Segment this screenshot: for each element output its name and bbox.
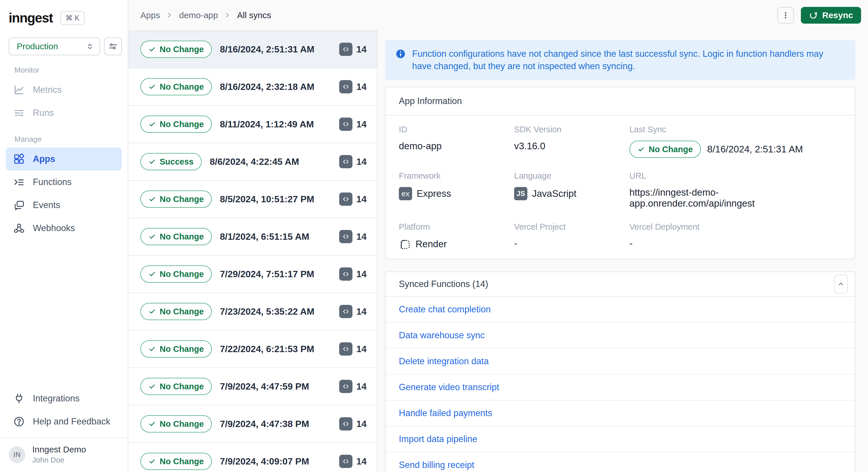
synced-functions-header: Synced Functions (14) [385, 272, 855, 297]
sidebar-item-apps[interactable]: Apps [6, 148, 122, 170]
sync-timestamp: 7/23/2024, 5:35:22 AM [220, 306, 314, 317]
code-icon [339, 380, 352, 393]
sync-timestamp: 8/16/2024, 2:51:31 AM [220, 44, 314, 55]
function-row[interactable]: Create chat completion [385, 297, 855, 323]
sync-function-count: 14 [339, 417, 367, 431]
sync-timestamp: 7/9/2024, 4:47:38 PM [220, 419, 309, 429]
function-row[interactable]: Send billing receipt [385, 452, 855, 472]
field-sdk-version: SDK Version v3.16.0 [514, 125, 629, 158]
sync-function-count: 14 [339, 268, 367, 281]
function-row[interactable]: Delete integration data [385, 349, 855, 375]
sidebar-item-metrics[interactable]: Metrics [6, 78, 122, 101]
environment-row: Production [0, 27, 128, 55]
sync-status-badge: No Change [141, 303, 212, 320]
check-icon [148, 308, 156, 315]
resync-button[interactable]: Resync [801, 7, 861, 24]
function-row[interactable]: Generate video transcript [385, 375, 855, 401]
command-k-shortcut[interactable]: ⌘ K [60, 11, 85, 25]
field-language: Language JS JavaScript [514, 171, 629, 209]
sync-status-badge: Success [141, 153, 202, 170]
function-row[interactable]: Handle failed payments [385, 401, 855, 427]
sync-list-item[interactable]: No Change 7/29/2024, 7:51:17 PM 14 [128, 256, 377, 293]
sync-list-item[interactable]: No Change 8/11/2024, 1:12:49 AM 14 [128, 106, 377, 143]
sync-list-item[interactable]: No Change 7/9/2024, 4:47:59 PM 14 [128, 368, 377, 405]
check-icon [148, 420, 156, 428]
function-link[interactable]: Delete integration data [399, 356, 489, 367]
sync-timestamp: 7/9/2024, 4:09:07 PM [220, 456, 309, 467]
section-label-manage: Manage [6, 134, 122, 144]
function-link[interactable]: Handle failed payments [399, 408, 492, 418]
breadcrumb-demo-app[interactable]: demo-app [179, 10, 218, 20]
field-vercel-project: Vercel Project - [514, 222, 629, 250]
sync-function-count: 14 [339, 80, 367, 93]
metrics-icon [13, 84, 25, 96]
functions-icon [13, 176, 25, 188]
sidebar-item-functions[interactable]: Functions [6, 170, 122, 194]
field-platform: Platform Render [399, 222, 514, 250]
sync-status-badge: No Change [141, 378, 212, 395]
sync-list-item[interactable]: No Change 8/16/2024, 2:51:31 AM 14 [128, 31, 377, 68]
sync-timestamp: 7/9/2024, 4:47:59 PM [220, 381, 309, 392]
check-icon [148, 383, 156, 390]
sync-list: No Change 8/16/2024, 2:51:31 AM 14 No Ch… [128, 30, 377, 472]
content: No Change 8/16/2024, 2:51:31 AM 14 No Ch… [128, 30, 868, 472]
environment-filter-button[interactable] [104, 37, 122, 55]
topbar-actions: Resync [777, 7, 861, 24]
sync-list-item[interactable]: No Change 7/22/2024, 6:21:53 PM 14 [128, 331, 377, 368]
sync-timestamp: 8/1/2024, 6:51:15 AM [220, 231, 309, 242]
function-link[interactable]: Send billing receipt [399, 460, 474, 470]
inngest-logo: inngest [9, 10, 53, 26]
sidebar-item-help[interactable]: Help and Feedback [6, 410, 122, 433]
info-banner: Function configurations have not changed… [385, 40, 855, 80]
sidebar-item-runs[interactable]: Runs [6, 101, 122, 124]
sync-list-item[interactable]: No Change 8/1/2024, 6:51:15 AM 14 [128, 218, 377, 256]
runs-icon [13, 106, 25, 119]
code-icon [339, 192, 352, 206]
sync-list-item[interactable]: Success 8/6/2024, 4:22:45 AM 14 [128, 143, 377, 181]
sync-timestamp: 8/16/2024, 2:32:18 AM [220, 82, 314, 92]
sidebar-footer: Integrations Help and Feedback IN Innges… [0, 387, 128, 472]
chevron-updown-icon [86, 42, 94, 51]
sync-list-item[interactable]: No Change 8/16/2024, 2:32:18 AM 14 [128, 68, 377, 106]
sidebar-item-integrations[interactable]: Integrations [6, 387, 122, 410]
function-row[interactable]: Import data pipeline [385, 427, 855, 452]
code-icon [339, 230, 352, 243]
field-framework: Framework ex Express [399, 171, 514, 209]
user-menu[interactable]: IN Inngest Demo John Doe [6, 438, 122, 472]
section-label-monitor: Monitor [6, 65, 122, 75]
sync-list-item[interactable]: No Change 7/23/2024, 5:35:22 AM 14 [128, 293, 377, 331]
sync-function-count: 14 [339, 305, 367, 318]
function-link[interactable]: Import data pipeline [399, 434, 477, 444]
check-icon [148, 270, 156, 278]
breadcrumb-apps[interactable]: Apps [141, 10, 160, 20]
sidebar-item-webhooks[interactable]: Webhooks [6, 217, 122, 240]
sync-status-badge: No Change [141, 415, 212, 433]
sync-status-badge: No Change [141, 340, 212, 357]
user-org: Inngest Demo [32, 445, 86, 454]
field-url: URL https://inngest-demo-app.onrender.co… [629, 171, 841, 209]
function-link[interactable]: Create chat completion [399, 304, 491, 315]
sync-list-item[interactable]: No Change 8/5/2024, 10:51:27 PM 14 [128, 181, 377, 218]
function-link[interactable]: Data warehouse sync [399, 330, 485, 341]
function-link[interactable]: Generate video transcript [399, 382, 499, 392]
collapse-button[interactable] [834, 275, 848, 294]
environment-select[interactable]: Production [9, 37, 100, 55]
sidebar-item-events[interactable]: Events [6, 194, 122, 217]
code-icon [339, 305, 352, 318]
more-actions-button[interactable] [777, 7, 794, 24]
check-icon [148, 83, 156, 91]
sync-status-badge: No Change [141, 41, 212, 58]
sync-status-badge: No Change [141, 228, 212, 245]
sync-timestamp: 8/5/2024, 10:51:27 PM [220, 194, 314, 204]
chevron-up-icon [838, 281, 844, 287]
sync-status-badge: No Change [141, 78, 212, 95]
function-row[interactable]: Data warehouse sync [385, 323, 855, 349]
javascript-icon: JS [514, 187, 527, 200]
sync-list-item[interactable]: No Change 7/9/2024, 4:09:07 PM 14 [128, 443, 377, 472]
app-root: inngest ⌘ K Production Monitor [0, 0, 868, 472]
check-icon [148, 458, 156, 465]
card-title: Synced Functions (14) [399, 279, 488, 289]
sync-icon [809, 11, 817, 20]
sync-timestamp: 7/29/2024, 7:51:17 PM [220, 269, 314, 280]
sync-list-item[interactable]: No Change 7/9/2024, 4:47:38 PM 14 [128, 405, 377, 443]
